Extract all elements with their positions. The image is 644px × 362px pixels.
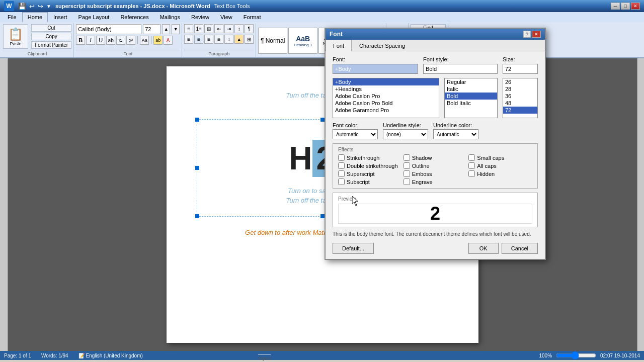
hidden-check[interactable] — [468, 170, 475, 177]
minimize-btn[interactable]: ─ — [611, 3, 620, 10]
clipboard-label: Clipboard — [3, 50, 71, 57]
dialog-help-btn[interactable]: ? — [523, 31, 531, 38]
dialog-close-btn[interactable]: ✕ — [532, 31, 541, 38]
font-item-body[interactable]: +Body — [333, 78, 439, 85]
font-item-caslon[interactable]: Adobe Caslon Pro — [333, 93, 439, 100]
font-size-input[interactable] — [143, 24, 160, 34]
style-bold-italic[interactable]: Bold Italic — [445, 100, 497, 107]
strikethrough-button[interactable]: ab — [106, 36, 115, 45]
style-italic[interactable]: Italic — [445, 85, 497, 93]
tab-home[interactable]: Home — [22, 12, 48, 22]
subscript-button[interactable]: x₂ — [116, 36, 125, 45]
underline-color-select[interactable]: Automatic — [433, 129, 478, 139]
font-list[interactable]: +Body +Headings Adobe Caslon Pro Adobe C… — [333, 78, 439, 118]
align-left-btn[interactable]: ≡ — [184, 35, 193, 44]
size-field[interactable] — [503, 64, 538, 74]
font-dialog[interactable]: Font ? ✕ Font Character Spacing Font: Fo… — [325, 28, 546, 260]
bullets-btn[interactable]: ≡ — [184, 24, 193, 33]
font-style-field[interactable] — [423, 64, 498, 74]
tab-file[interactable]: File — [2, 12, 22, 22]
justify-btn[interactable]: ≡ — [214, 35, 223, 44]
default-button[interactable]: Default... — [333, 243, 374, 254]
zoom-slider[interactable] — [556, 351, 596, 359]
clear-format-btn[interactable]: Aa — [140, 36, 149, 45]
superscript-button[interactable]: x² — [126, 36, 135, 45]
tab-mailings[interactable]: Mailings — [154, 12, 186, 22]
size-72[interactable]: 72 — [503, 107, 537, 114]
dialog-tab-character-spacing[interactable]: Character Spacing — [352, 40, 413, 51]
handle-tl[interactable] — [195, 118, 199, 122]
sort-btn[interactable]: ↕ — [234, 24, 244, 33]
dialog-tab-font[interactable]: Font — [326, 40, 352, 51]
bold-button[interactable]: B — [76, 36, 85, 45]
save-btn[interactable]: 💾 — [18, 3, 26, 10]
handle-bl[interactable] — [195, 214, 199, 218]
decrease-font-btn[interactable]: ▼ — [172, 24, 180, 34]
engrave-check[interactable] — [404, 178, 410, 185]
superscript-check[interactable] — [338, 170, 345, 177]
strikethrough-check[interactable] — [338, 154, 345, 161]
tab-view[interactable]: View — [215, 12, 238, 22]
size-36[interactable]: 36 — [503, 93, 537, 100]
size-28[interactable]: 28 — [503, 85, 537, 93]
close-btn[interactable]: ✕ — [631, 3, 640, 10]
emboss-check[interactable] — [404, 170, 410, 177]
font-color-select[interactable]: Automatic — [333, 129, 378, 139]
font-item-caslon-bold[interactable]: Adobe Caslon Pro Bold — [333, 100, 439, 107]
increase-indent-btn[interactable]: ⇥ — [224, 24, 233, 33]
qa-dropdown-btn[interactable]: ▼ — [46, 4, 51, 9]
cut-button[interactable]: Cut — [31, 24, 71, 32]
font-item-garamond[interactable]: Adobe Garamond Pro — [333, 107, 439, 114]
tab-references[interactable]: References — [115, 12, 154, 22]
show-hide-btn[interactable]: ¶ — [245, 24, 254, 33]
multilevel-btn[interactable]: ⊞ — [204, 24, 213, 33]
paste-button[interactable]: 📋 Paste — [3, 24, 28, 49]
decrease-indent-btn[interactable]: ⇤ — [214, 24, 223, 33]
font-name-field[interactable] — [333, 64, 418, 74]
line-spacing-btn[interactable]: ↕ — [224, 35, 233, 44]
numbering-btn[interactable]: 1≡ — [194, 24, 203, 33]
underline-style-label: Underline style: — [383, 122, 428, 128]
font-item-headings[interactable]: +Headings — [333, 85, 439, 93]
increase-font-btn[interactable]: ▲ — [162, 24, 170, 34]
border-btn[interactable]: ⊞ — [245, 35, 254, 44]
subscript-check[interactable] — [338, 178, 345, 185]
size-list[interactable]: 26 28 36 48 72 — [503, 78, 538, 118]
shading-btn[interactable]: ▲ — [234, 35, 244, 44]
outline-check[interactable] — [404, 162, 410, 169]
style-bold[interactable]: Bold — [445, 93, 497, 100]
font-color-btn[interactable]: A — [164, 36, 173, 45]
size-26[interactable]: 26 — [503, 78, 537, 85]
tab-format[interactable]: Format — [238, 12, 267, 22]
font-name-input[interactable] — [76, 24, 141, 34]
handle-bc[interactable] — [320, 214, 325, 218]
cancel-button[interactable]: Cancel — [502, 243, 538, 254]
normal-style[interactable]: ¶ Normal — [258, 28, 287, 54]
undo-btn[interactable]: ↩ — [29, 3, 35, 10]
ok-button[interactable]: OK — [468, 243, 499, 254]
tab-review[interactable]: Review — [186, 12, 215, 22]
small-caps-check[interactable] — [468, 154, 475, 161]
double-strike-check[interactable] — [338, 162, 345, 169]
heading1-style[interactable]: AaB Heading 1 — [288, 28, 317, 54]
all-caps-check[interactable] — [468, 162, 475, 169]
maximize-btn[interactable]: □ — [621, 3, 630, 10]
handle-tc[interactable] — [320, 118, 325, 122]
handle-ml[interactable] — [195, 166, 199, 170]
underline-button[interactable]: U — [96, 36, 105, 45]
size-48[interactable]: 48 — [503, 100, 537, 107]
format-painter-button[interactable]: Format Painter — [31, 41, 71, 49]
redo-btn[interactable]: ↪ — [38, 3, 43, 10]
tab-insert[interactable]: Insert — [48, 12, 73, 22]
shadow-check[interactable] — [404, 154, 410, 161]
align-center-btn[interactable]: ≡ — [194, 35, 203, 44]
style-regular[interactable]: Regular — [445, 78, 497, 85]
tab-page-layout[interactable]: Page Layout — [73, 12, 115, 22]
italic-button[interactable]: I — [86, 36, 95, 45]
vertical-scrollbar[interactable] — [637, 58, 644, 351]
align-right-btn[interactable]: ≡ — [204, 35, 213, 44]
style-list[interactable]: Regular Italic Bold Bold Italic — [444, 78, 498, 118]
underline-style-select[interactable]: (none) — [383, 129, 428, 139]
copy-button[interactable]: Copy — [31, 33, 71, 40]
highlight-btn[interactable]: ab — [153, 36, 163, 45]
